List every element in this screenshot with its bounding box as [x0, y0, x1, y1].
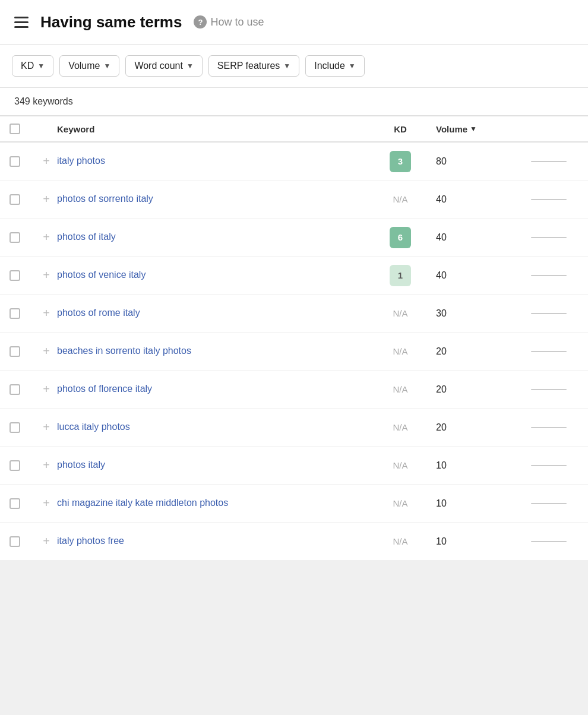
header-volume[interactable]: Volume ▼: [436, 124, 531, 134]
row-sparkline: [531, 465, 578, 466]
table-row: +beaches in sorrento italy photosN/A20: [0, 333, 588, 371]
row-volume: 40: [436, 270, 531, 281]
keyword-link[interactable]: photos of venice italy: [57, 270, 146, 280]
row-add-button[interactable]: +: [36, 382, 57, 396]
keyword-link[interactable]: italy photos: [57, 156, 105, 166]
row-add-button[interactable]: +: [36, 306, 57, 320]
select-all-checkbox[interactable]: [10, 124, 20, 134]
row-add-button[interactable]: +: [36, 344, 57, 358]
row-keyword[interactable]: lucca italy photos: [57, 420, 365, 434]
keyword-link[interactable]: lucca italy photos: [57, 422, 130, 432]
keyword-link[interactable]: photos of sorrento italy: [57, 194, 153, 204]
question-icon: ?: [194, 15, 207, 29]
how-to-use-label: How to use: [210, 16, 264, 29]
row-sparkline: [531, 313, 578, 314]
header: Having same terms ? How to use: [0, 0, 588, 45]
kd-filter-button[interactable]: KD ▼: [12, 55, 53, 77]
row-checkbox[interactable]: [10, 194, 20, 205]
row-keyword[interactable]: italy photos free: [57, 534, 365, 548]
kd-na: N/A: [393, 384, 407, 394]
row-keyword[interactable]: photos of florence italy: [57, 382, 365, 396]
keyword-link[interactable]: photos of florence italy: [57, 384, 152, 394]
row-checkbox-cell: [10, 194, 36, 205]
row-checkbox-cell: [10, 536, 36, 547]
row-checkbox[interactable]: [10, 270, 20, 281]
include-filter-button[interactable]: Include ▼: [305, 55, 364, 77]
volume-value: 10: [436, 498, 447, 509]
row-add-button[interactable]: +: [36, 268, 57, 282]
row-keyword[interactable]: photos of venice italy: [57, 268, 365, 281]
row-keyword[interactable]: chi magazine italy kate middleton photos: [57, 496, 365, 510]
keyword-link[interactable]: photos of italy: [57, 232, 116, 242]
row-add-button[interactable]: +: [36, 420, 57, 434]
volume-filter-button[interactable]: Volume ▼: [59, 55, 119, 77]
row-checkbox[interactable]: [10, 232, 20, 243]
table-row: +photos of sorrento italyN/A40: [0, 181, 588, 219]
row-kd: N/A: [365, 308, 436, 319]
row-volume: 10: [436, 536, 531, 547]
volume-value: 40: [436, 270, 447, 281]
row-kd: N/A: [365, 536, 436, 547]
row-checkbox[interactable]: [10, 536, 20, 547]
row-kd: N/A: [365, 194, 436, 205]
row-volume: 20: [436, 422, 531, 433]
header-kd: KD: [365, 124, 436, 134]
sparkline-icon: [531, 465, 567, 466]
table-row: +chi magazine italy kate middleton photo…: [0, 485, 588, 523]
serp-features-chevron-icon: ▼: [283, 62, 290, 70]
kd-chevron-icon: ▼: [37, 62, 45, 70]
row-kd: N/A: [365, 384, 436, 395]
row-add-button[interactable]: +: [36, 154, 57, 168]
kd-na: N/A: [393, 422, 407, 432]
volume-value: 40: [436, 232, 447, 243]
row-keyword[interactable]: photos italy: [57, 458, 365, 472]
row-kd: 1: [365, 265, 436, 286]
row-sparkline: [531, 389, 578, 390]
volume-value: 20: [436, 346, 447, 357]
keyword-link[interactable]: photos italy: [57, 460, 105, 470]
row-checkbox[interactable]: [10, 422, 20, 433]
volume-value: 10: [436, 536, 447, 547]
keyword-link[interactable]: italy photos free: [57, 536, 124, 546]
row-volume: 10: [436, 498, 531, 509]
hamburger-menu-button[interactable]: [12, 14, 31, 30]
how-to-use-link[interactable]: ? How to use: [194, 15, 264, 29]
sparkline-icon: [531, 427, 567, 428]
row-add-button[interactable]: +: [36, 496, 57, 510]
row-sparkline: [531, 351, 578, 352]
serp-features-filter-button[interactable]: SERP features ▼: [208, 55, 299, 77]
row-checkbox[interactable]: [10, 460, 20, 471]
kd-badge: 3: [390, 151, 411, 172]
page-title: Having same terms: [40, 13, 182, 31]
row-keyword[interactable]: italy photos: [57, 154, 365, 167]
serp-features-filter-label: SERP features: [217, 61, 280, 71]
row-keyword[interactable]: photos of rome italy: [57, 306, 365, 319]
table-row: +italy photos freeN/A10: [0, 523, 588, 561]
row-checkbox[interactable]: [10, 308, 20, 319]
volume-filter-label: Volume: [68, 61, 100, 71]
row-add-button[interactable]: +: [36, 230, 57, 244]
row-checkbox[interactable]: [10, 156, 20, 167]
row-keyword[interactable]: photos of italy: [57, 230, 365, 243]
kd-na: N/A: [393, 308, 407, 318]
row-add-button[interactable]: +: [36, 534, 57, 548]
kd-na: N/A: [393, 194, 407, 204]
row-checkbox-cell: [10, 232, 36, 243]
row-add-button[interactable]: +: [36, 458, 57, 472]
word-count-filter-button[interactable]: Word count ▼: [125, 55, 202, 77]
row-sparkline: [531, 503, 578, 504]
row-add-button[interactable]: +: [36, 192, 57, 206]
keyword-link[interactable]: beaches in sorrento italy photos: [57, 346, 191, 356]
keyword-link[interactable]: photos of rome italy: [57, 308, 140, 318]
sparkline-icon: [531, 541, 567, 542]
row-keyword[interactable]: beaches in sorrento italy photos: [57, 344, 365, 358]
row-checkbox[interactable]: [10, 498, 20, 509]
table-body: +italy photos380+photos of sorrento ital…: [0, 143, 588, 561]
row-checkbox[interactable]: [10, 384, 20, 395]
keyword-link[interactable]: chi magazine italy kate middleton photos: [57, 498, 228, 508]
header-keyword: Keyword: [57, 124, 365, 134]
row-kd: N/A: [365, 346, 436, 357]
table-row: +lucca italy photosN/A20: [0, 409, 588, 447]
row-checkbox[interactable]: [10, 346, 20, 357]
row-keyword[interactable]: photos of sorrento italy: [57, 192, 365, 205]
